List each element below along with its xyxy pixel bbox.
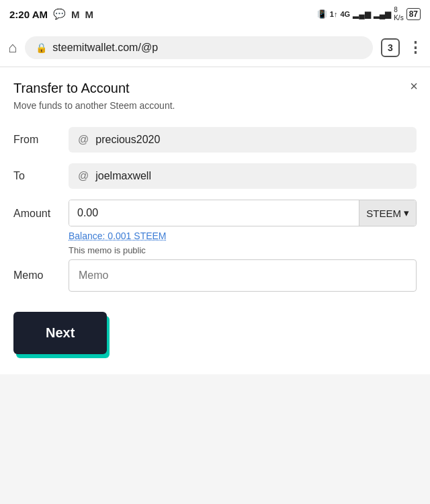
dropdown-arrow-icon: ▾ — [404, 207, 409, 219]
memo-label: Memo — [13, 269, 60, 282]
vibrate-icon: 📳 — [317, 9, 327, 19]
to-at-symbol: @ — [78, 170, 89, 182]
address-bar[interactable]: 🔒 steemitwallet.com/@p — [25, 36, 373, 59]
amount-input[interactable] — [69, 200, 359, 226]
amount-row: Amount STEEM ▾ Balance: 0.001 STEEM — [13, 200, 417, 241]
url-text: steemitwallet.com/@p — [52, 42, 158, 54]
whatsapp-icon: 💬 — [53, 8, 66, 20]
from-value: precious2020 — [95, 134, 160, 146]
next-button-wrap: Next — [13, 312, 107, 354]
gmail-icon: M — [71, 9, 80, 20]
amount-input-wrap: STEEM ▾ — [69, 200, 417, 226]
amount-input-group: STEEM ▾ Balance: 0.001 STEEM — [69, 200, 417, 241]
transfer-modal: × Transfer to Account Move funds to anot… — [0, 67, 430, 374]
next-button[interactable]: Next — [13, 312, 107, 354]
modal-subtitle: Move funds to another Steem account. — [13, 100, 417, 111]
browser-bar: ⌂ 🔒 steemitwallet.com/@p 3 ⋮ — [0, 28, 430, 67]
close-button[interactable]: × — [410, 79, 418, 93]
to-row: To @ joelmaxwell — [13, 163, 417, 189]
signal-bars-icon: ▂▄▆ — [353, 9, 371, 19]
currency-dropdown[interactable]: STEEM ▾ — [359, 200, 416, 226]
modal-title: Transfer to Account — [13, 81, 417, 96]
tab-count-badge[interactable]: 3 — [381, 38, 400, 57]
balance-display: Balance: 0.001 STEEM — [69, 230, 417, 241]
memo-row: Memo — [13, 259, 417, 292]
from-field: @ precious2020 — [69, 127, 417, 153]
network-type: 4G — [340, 10, 350, 18]
lock-icon: 🔒 — [36, 42, 47, 53]
status-bar: 2:20 AM 💬 M M 📳 1↑ 4G ▂▄▆ ▂▄▆ 8K/s 87 — [0, 0, 430, 28]
memo-input[interactable] — [69, 259, 417, 292]
signal-1-icon: 1↑ — [330, 10, 338, 18]
from-row: From @ precious2020 — [13, 127, 417, 153]
browser-menu-icon[interactable]: ⋮ — [408, 39, 422, 56]
from-label: From — [13, 134, 60, 146]
memo-public-notice: This memo is public — [69, 245, 417, 255]
bottom-area: Next — [13, 312, 417, 354]
battery-indicator: 87 — [406, 8, 421, 20]
time-display: 2:20 AM — [9, 9, 48, 20]
data-speed: 8K/s — [394, 6, 403, 22]
gmail2-icon: M — [85, 9, 93, 20]
amount-label: Amount — [13, 200, 60, 220]
to-field[interactable]: @ joelmaxwell — [69, 163, 417, 189]
signal-bars2-icon: ▂▄▆ — [374, 9, 392, 19]
to-label: To — [13, 170, 60, 182]
currency-label: STEEM — [366, 208, 401, 219]
to-value: joelmaxwell — [95, 170, 151, 182]
home-icon[interactable]: ⌂ — [8, 39, 17, 56]
from-at-symbol: @ — [78, 134, 89, 146]
